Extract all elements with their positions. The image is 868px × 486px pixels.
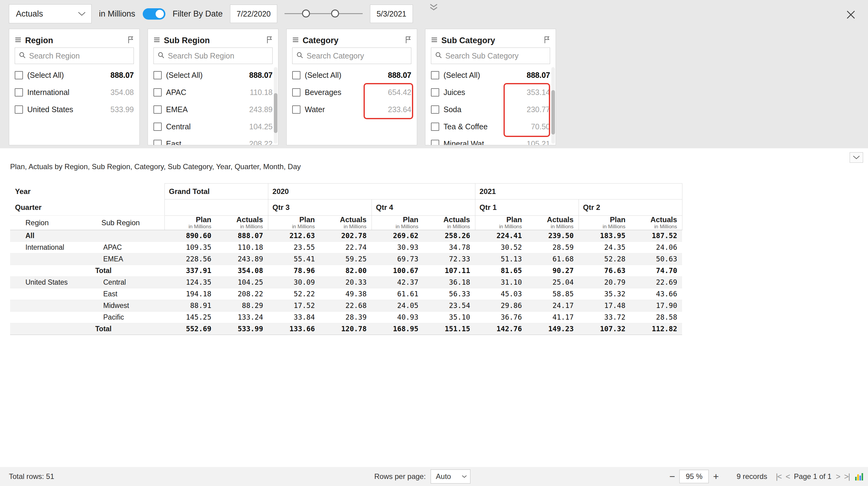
slicer-item[interactable]: Juices 353.14 bbox=[426, 84, 556, 101]
value-cell: 183.95 bbox=[579, 230, 630, 241]
checkbox[interactable] bbox=[153, 71, 162, 79]
search-input[interactable] bbox=[307, 52, 407, 60]
close-icon[interactable] bbox=[845, 9, 856, 20]
search-input[interactable] bbox=[168, 52, 269, 60]
slicer-search[interactable] bbox=[292, 48, 411, 64]
value-cell: 24.06 bbox=[630, 241, 682, 253]
checkbox[interactable] bbox=[153, 105, 162, 114]
checkbox[interactable] bbox=[153, 140, 162, 146]
pivot-row: International APAC 109.35110.1823.5522.7… bbox=[10, 241, 682, 253]
slicer-search[interactable] bbox=[431, 48, 550, 64]
value-cell: 74.70 bbox=[630, 265, 682, 276]
next-page-button[interactable]: > bbox=[836, 472, 840, 481]
value-cell: 28.39 bbox=[320, 311, 372, 323]
search-input[interactable] bbox=[29, 52, 130, 60]
region-label-cell bbox=[10, 253, 91, 265]
slicer-item[interactable]: United States 533.99 bbox=[9, 101, 140, 118]
checkbox[interactable] bbox=[153, 123, 162, 131]
zoom-in-button[interactable]: + bbox=[709, 471, 723, 482]
slicer-item[interactable]: EMEA 243.89 bbox=[148, 101, 278, 118]
value-cell: 22.74 bbox=[320, 241, 372, 253]
rows-per-page-select[interactable]: Auto bbox=[431, 469, 470, 484]
search-icon bbox=[435, 52, 442, 60]
slider-handle-end[interactable] bbox=[331, 9, 339, 18]
mini-chart-icon[interactable] bbox=[855, 472, 864, 481]
slicer-item[interactable]: Mineral Wat 105.21 bbox=[426, 135, 556, 145]
checkbox[interactable] bbox=[431, 71, 439, 79]
date-range-slider[interactable] bbox=[284, 5, 363, 23]
slicer-item[interactable]: (Select All) 888.07 bbox=[426, 66, 556, 84]
region-label-cell bbox=[10, 300, 91, 311]
slicer-item[interactable]: Central 104.25 bbox=[148, 118, 278, 135]
slicer-item[interactable]: APAC 110.18 bbox=[148, 84, 278, 101]
value-cell: 888.07 bbox=[216, 230, 268, 241]
value-cell: 124.35 bbox=[164, 276, 216, 288]
collapse-filter-pane-icon[interactable] bbox=[428, 2, 439, 13]
zoom-level-input[interactable]: 95 % bbox=[679, 470, 709, 483]
slicer-item[interactable]: International 354.08 bbox=[9, 84, 140, 101]
end-date-input[interactable]: 5/3/2021 bbox=[370, 5, 413, 23]
item-value: 888.07 bbox=[249, 71, 273, 80]
item-label: Beverages bbox=[305, 88, 341, 97]
grand-total-header: Grand Total bbox=[164, 184, 268, 200]
scrollbar-thumb[interactable] bbox=[551, 90, 555, 134]
slicer-item[interactable]: (Select All) 888.07 bbox=[9, 66, 140, 84]
menu-icon[interactable] bbox=[153, 37, 160, 44]
measure-dropdown[interactable]: Actuals bbox=[9, 4, 92, 23]
zoom-out-button[interactable]: − bbox=[665, 471, 680, 482]
qtr3-header: Qtr 3 bbox=[268, 200, 372, 215]
flag-icon bbox=[127, 36, 134, 45]
checkbox[interactable] bbox=[292, 105, 301, 114]
slicer-search[interactable] bbox=[153, 48, 273, 64]
subregion-label-cell: East bbox=[91, 288, 164, 300]
slicer-item[interactable]: East 208.22 bbox=[148, 135, 278, 145]
checkbox[interactable] bbox=[292, 71, 301, 79]
prev-page-button[interactable]: < bbox=[785, 472, 789, 481]
first-page-button[interactable]: |< bbox=[776, 472, 781, 481]
scroll-down-button[interactable] bbox=[849, 152, 863, 163]
scrollbar[interactable] bbox=[274, 67, 278, 144]
grand-total-quarter-spacer bbox=[164, 200, 268, 215]
slicer-item[interactable]: (Select All) 888.07 bbox=[148, 66, 278, 84]
value-cell: 61.61 bbox=[372, 288, 423, 300]
year-2021-header: 2021 bbox=[475, 184, 682, 200]
slicer-item[interactable]: Beverages 654.42 bbox=[287, 84, 417, 101]
checkbox[interactable] bbox=[431, 105, 439, 114]
menu-icon[interactable] bbox=[292, 37, 299, 44]
value-cell: 81.65 bbox=[475, 265, 527, 276]
checkbox[interactable] bbox=[431, 88, 439, 96]
checkbox[interactable] bbox=[15, 105, 23, 114]
item-value: 105.21 bbox=[527, 140, 550, 146]
slicer-search[interactable] bbox=[15, 48, 134, 64]
filter-by-date-toggle[interactable] bbox=[143, 8, 165, 20]
report-title: Plan, Actuals by Region, Sub Region, Cat… bbox=[10, 162, 301, 171]
item-label: (Select All) bbox=[27, 71, 64, 80]
slicer-item[interactable]: Soda 230.77 bbox=[426, 101, 556, 118]
checkbox[interactable] bbox=[153, 88, 162, 96]
slicer-region: Region (Select All) 888.07 bbox=[9, 29, 140, 145]
slicer-item[interactable]: Water 233.64 bbox=[287, 101, 417, 118]
checkbox[interactable] bbox=[292, 88, 301, 96]
scrollbar-thumb[interactable] bbox=[274, 93, 278, 133]
search-input[interactable] bbox=[445, 52, 546, 60]
menu-icon[interactable] bbox=[431, 37, 438, 44]
slider-track bbox=[284, 13, 363, 14]
slider-handle-start[interactable] bbox=[302, 9, 310, 18]
value-cell: 20.33 bbox=[320, 276, 372, 288]
checkbox[interactable] bbox=[15, 88, 23, 96]
search-icon bbox=[157, 52, 165, 60]
last-page-button[interactable]: >| bbox=[844, 472, 849, 481]
menu-icon[interactable] bbox=[15, 37, 22, 44]
value-cell: 52.22 bbox=[268, 288, 320, 300]
checkbox[interactable] bbox=[431, 140, 439, 146]
value-cell: 59.25 bbox=[320, 253, 372, 265]
scrollbar[interactable] bbox=[551, 67, 555, 144]
search-icon bbox=[19, 52, 26, 60]
start-date-input[interactable]: 7/22/2020 bbox=[230, 5, 277, 23]
slicer-item[interactable]: (Select All) 888.07 bbox=[287, 66, 417, 84]
checkbox[interactable] bbox=[15, 71, 23, 79]
checkbox[interactable] bbox=[431, 123, 439, 131]
start-date-value: 7/22/2020 bbox=[237, 9, 271, 19]
slicer-item[interactable]: Tea & Coffee 70.50 bbox=[426, 118, 556, 135]
qtr1-header: Qtr 1 bbox=[475, 200, 579, 215]
